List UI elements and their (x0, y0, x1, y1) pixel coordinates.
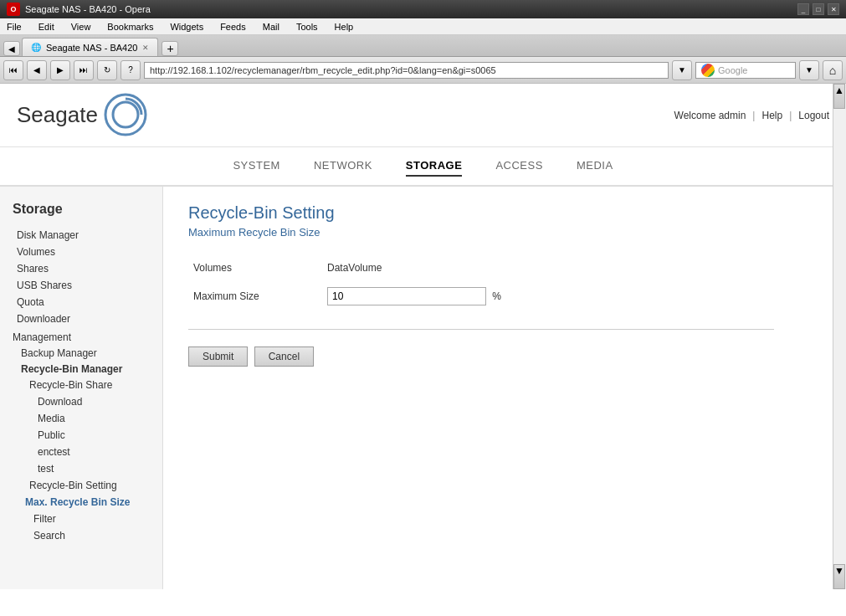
nav-stop-button[interactable]: ? (120, 60, 141, 80)
volumes-value: DataVolume (322, 255, 821, 280)
nav-forward2-button[interactable]: ⏭ (74, 60, 94, 80)
help-link[interactable]: Help (761, 110, 782, 121)
search-placeholder: Google (718, 65, 747, 75)
sidebar-item-test[interactable]: test (0, 460, 162, 477)
minimize-button[interactable]: _ (797, 3, 809, 15)
sidebar-item-media[interactable]: Media (0, 410, 162, 427)
menu-bookmarks[interactable]: Bookmarks (104, 20, 156, 33)
sidebar-item-recycle-bin-share[interactable]: Recycle-Bin Share (0, 377, 162, 393)
nav-media[interactable]: MEDIA (577, 156, 613, 177)
google-icon (701, 64, 715, 77)
tab-close-button[interactable]: ✕ (142, 44, 149, 52)
sidebar-item-downloader[interactable]: Downloader (0, 311, 162, 327)
logo-text: Seagate (17, 102, 98, 128)
separator2: | (789, 110, 792, 121)
nav-system[interactable]: SYSTEM (233, 156, 279, 177)
main-content: Recycle-Bin Setting Maximum Recycle Bin … (163, 187, 846, 589)
address-dropdown-button[interactable]: ▼ (672, 60, 692, 80)
nav-network[interactable]: NETWORK (314, 156, 372, 177)
nav-back-button[interactable]: ◀ (27, 60, 47, 80)
active-tab[interactable]: 🌐 Seagate NAS - BA420 ✕ (22, 38, 158, 56)
sidebar: Storage Disk Manager Volumes Shares USB … (0, 187, 163, 589)
menu-file[interactable]: File (3, 20, 25, 33)
logo-svg (103, 92, 149, 138)
svg-point-0 (105, 95, 146, 135)
svg-point-1 (113, 102, 138, 127)
cancel-button[interactable]: Cancel (254, 346, 314, 367)
max-size-field-cell: % (322, 280, 821, 312)
page-header: Seagate Welcome admin | Help | Logout (0, 84, 846, 147)
sidebar-section-management: Management (0, 327, 162, 345)
content-area: Storage Disk Manager Volumes Shares USB … (0, 187, 846, 589)
volumes-label: Volumes (188, 255, 322, 280)
sidebar-item-recycle-bin-setting[interactable]: Recycle-Bin Setting (0, 477, 162, 494)
menu-edit[interactable]: Edit (35, 20, 58, 33)
seagate-logo: Seagate (17, 92, 149, 138)
nav-storage[interactable]: STORAGE (406, 156, 463, 177)
sidebar-item-enctest[interactable]: enctest (0, 444, 162, 460)
sidebar-item-usb-shares[interactable]: USB Shares (0, 277, 162, 294)
nav-rewind-button[interactable]: ⏮ (3, 60, 23, 80)
max-size-label: Maximum Size (188, 280, 322, 312)
sidebar-item-recycle-bin-manager[interactable]: Recycle-Bin Manager (0, 361, 162, 377)
menu-mail[interactable]: Mail (259, 20, 283, 33)
volumes-row: Volumes DataVolume (188, 255, 821, 280)
opera-icon: O (7, 3, 20, 16)
maximize-button[interactable]: □ (813, 3, 824, 15)
tab-label: Seagate NAS - BA420 (46, 43, 137, 53)
window-controls[interactable]: _ □ ✕ (797, 3, 839, 15)
logout-link[interactable]: Logout (798, 110, 829, 121)
new-tab-button[interactable]: + (162, 41, 178, 56)
sidebar-item-disk-manager[interactable]: Disk Manager (0, 227, 162, 244)
max-size-row: Maximum Size % (188, 280, 821, 312)
menu-tools[interactable]: Tools (293, 20, 321, 33)
search-dropdown-button[interactable]: ▼ (799, 60, 819, 80)
address-bar[interactable]: http://192.168.1.102/recyclemanager/rbm_… (144, 62, 669, 79)
nav-forward-button[interactable]: ▶ (50, 60, 70, 80)
menu-help[interactable]: Help (331, 20, 357, 33)
welcome-text: Welcome admin (674, 110, 746, 121)
sidebar-item-backup-manager[interactable]: Backup Manager (0, 345, 162, 361)
menu-view[interactable]: View (68, 20, 95, 33)
percent-sign: % (492, 290, 501, 302)
form-buttons: Submit Cancel (188, 346, 821, 367)
max-size-input[interactable] (327, 287, 486, 305)
menu-feeds[interactable]: Feeds (217, 20, 249, 33)
scrollbar-up-button[interactable]: ▲ (833, 84, 845, 109)
opera-home-button[interactable]: ⌂ (823, 60, 843, 80)
nav-access[interactable]: ACCESS (495, 156, 542, 177)
submit-button[interactable]: Submit (188, 346, 248, 367)
sidebar-item-shares[interactable]: Shares (0, 260, 162, 277)
sidebar-title: Storage (0, 195, 162, 227)
close-button[interactable]: ✕ (828, 3, 839, 15)
tab-favicon: 🌐 (31, 43, 41, 52)
page-title: Recycle-Bin Setting (188, 203, 821, 223)
scrollbar-down-button[interactable]: ▼ (833, 564, 845, 589)
vertical-scrollbar[interactable]: ▲ ▼ (833, 84, 846, 589)
address-url: http://192.168.1.102/recyclemanager/rbm_… (150, 65, 496, 75)
header-links: Welcome admin | Help | Logout (674, 110, 829, 121)
sidebar-item-volumes[interactable]: Volumes (0, 244, 162, 260)
sidebar-item-public[interactable]: Public (0, 427, 162, 444)
browser-tabbar: ◀ 🌐 Seagate NAS - BA420 ✕ + (0, 35, 846, 57)
browser-titlebar: O Seagate NAS - BA420 - Opera _ □ ✕ (0, 0, 846, 18)
sidebar-item-download[interactable]: Download (0, 393, 162, 410)
main-navigation: SYSTEM NETWORK STORAGE ACCESS MEDIA (0, 147, 846, 187)
search-box[interactable]: Google (695, 62, 796, 79)
browser-menubar: File Edit View Bookmarks Widgets Feeds M… (0, 18, 846, 35)
page-subtitle: Maximum Recycle Bin Size (188, 226, 821, 239)
form-divider (188, 329, 774, 330)
page-wrapper: Seagate Welcome admin | Help | Logout SY… (0, 84, 846, 589)
nav-reload-button[interactable]: ↻ (97, 60, 117, 80)
window-title: Seagate NAS - BA420 - Opera (25, 4, 797, 14)
sidebar-item-filter[interactable]: Filter (0, 511, 162, 527)
form-table: Volumes DataVolume Maximum Size % (188, 255, 821, 312)
sidebar-item-search[interactable]: Search (0, 527, 162, 544)
sidebar-item-quota[interactable]: Quota (0, 294, 162, 311)
sidebar-item-max-recycle-bin-size[interactable]: Max. Recycle Bin Size (0, 494, 162, 511)
browser-toolbar: ⏮ ◀ ▶ ⏭ ↻ ? http://192.168.1.102/recycle… (0, 57, 846, 84)
logo-graphic (103, 92, 149, 138)
back-button[interactable]: ◀ (3, 41, 20, 56)
separator1: | (752, 110, 755, 121)
menu-widgets[interactable]: Widgets (167, 20, 207, 33)
